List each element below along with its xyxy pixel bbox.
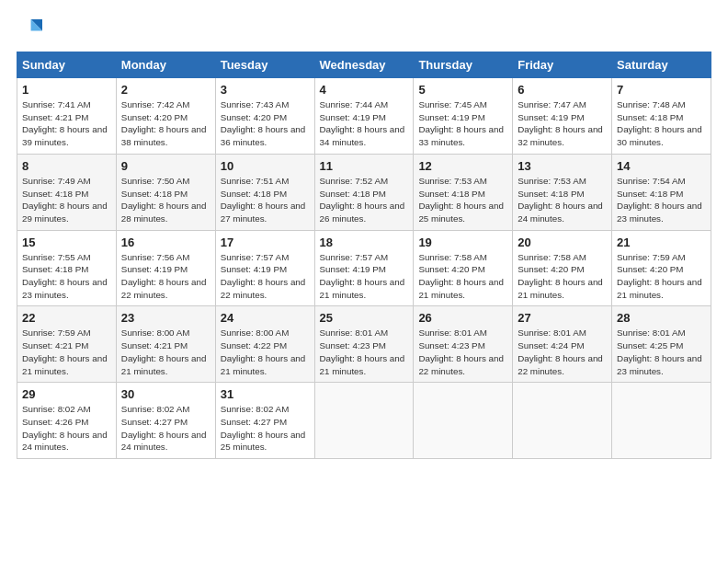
calendar-week-3: 15 Sunrise: 7:55 AM Sunset: 4:18 PM Dayl…: [17, 230, 711, 306]
calendar-cell: 25 Sunrise: 8:01 AM Sunset: 4:23 PM Dayl…: [314, 306, 414, 383]
calendar-cell: 28 Sunrise: 8:01 AM Sunset: 4:25 PM Dayl…: [612, 306, 711, 383]
day-number: 30: [121, 387, 210, 401]
calendar-cell: 14 Sunrise: 7:54 AM Sunset: 4:18 PM Dayl…: [612, 154, 711, 230]
calendar-cell: 29 Sunrise: 8:02 AM Sunset: 4:26 PM Dayl…: [17, 383, 117, 459]
day-info: Sunrise: 7:56 AM Sunset: 4:19 PM Dayligh…: [121, 251, 210, 302]
day-number: 4: [320, 83, 409, 97]
calendar-cell: 6 Sunrise: 7:47 AM Sunset: 4:19 PM Dayli…: [513, 78, 612, 155]
calendar-cell: 9 Sunrise: 7:50 AM Sunset: 4:18 PM Dayli…: [116, 154, 215, 230]
calendar-cell: 23 Sunrise: 8:00 AM Sunset: 4:21 PM Dayl…: [116, 306, 215, 383]
day-info: Sunrise: 7:51 AM Sunset: 4:18 PM Dayligh…: [221, 175, 310, 225]
day-info: Sunrise: 7:59 AM Sunset: 4:21 PM Dayligh…: [22, 327, 111, 377]
day-info: Sunrise: 8:02 AM Sunset: 4:26 PM Dayligh…: [22, 403, 111, 454]
calendar-cell: 5 Sunrise: 7:45 AM Sunset: 4:19 PM Dayli…: [414, 78, 513, 155]
col-header-tuesday: Tuesday: [215, 52, 314, 78]
day-number: 20: [518, 236, 607, 249]
calendar-cell: 10 Sunrise: 7:51 AM Sunset: 4:18 PM Dayl…: [215, 154, 314, 230]
calendar-cell: [513, 383, 612, 459]
day-number: 15: [22, 236, 111, 249]
day-info: Sunrise: 7:42 AM Sunset: 4:20 PM Dayligh…: [121, 98, 210, 149]
day-info: Sunrise: 8:00 AM Sunset: 4:21 PM Dayligh…: [121, 327, 210, 377]
day-info: Sunrise: 7:53 AM Sunset: 4:18 PM Dayligh…: [418, 175, 507, 225]
col-header-wednesday: Wednesday: [314, 52, 414, 78]
day-number: 6: [518, 83, 607, 97]
calendar-cell: 3 Sunrise: 7:43 AM Sunset: 4:20 PM Dayli…: [215, 78, 314, 155]
calendar-cell: [414, 383, 513, 459]
calendar-cell: 16 Sunrise: 7:56 AM Sunset: 4:19 PM Dayl…: [116, 230, 215, 306]
calendar-cell: 2 Sunrise: 7:42 AM Sunset: 4:20 PM Dayli…: [116, 78, 215, 155]
day-info: Sunrise: 7:44 AM Sunset: 4:19 PM Dayligh…: [320, 98, 409, 149]
calendar-cell: [612, 383, 711, 459]
day-info: Sunrise: 8:01 AM Sunset: 4:23 PM Dayligh…: [418, 327, 507, 377]
calendar-cell: 30 Sunrise: 8:02 AM Sunset: 4:27 PM Dayl…: [116, 383, 215, 459]
day-number: 8: [22, 159, 111, 173]
day-number: 16: [121, 236, 210, 249]
day-number: 17: [221, 236, 310, 249]
col-header-thursday: Thursday: [414, 52, 513, 78]
calendar-cell: 13 Sunrise: 7:53 AM Sunset: 4:18 PM Dayl…: [513, 154, 612, 230]
col-header-monday: Monday: [116, 52, 215, 78]
day-info: Sunrise: 7:43 AM Sunset: 4:20 PM Dayligh…: [221, 98, 310, 149]
day-info: Sunrise: 7:58 AM Sunset: 4:20 PM Dayligh…: [418, 251, 507, 302]
day-number: 24: [221, 311, 310, 325]
day-info: Sunrise: 7:59 AM Sunset: 4:20 PM Dayligh…: [617, 251, 706, 302]
day-info: Sunrise: 8:01 AM Sunset: 4:24 PM Dayligh…: [518, 327, 607, 377]
day-number: 25: [320, 311, 409, 325]
calendar-cell: 22 Sunrise: 7:59 AM Sunset: 4:21 PM Dayl…: [17, 306, 117, 383]
calendar-header-row: SundayMondayTuesdayWednesdayThursdayFrid…: [17, 52, 711, 78]
calendar-week-1: 1 Sunrise: 7:41 AM Sunset: 4:21 PM Dayli…: [17, 78, 711, 155]
day-number: 18: [320, 236, 409, 249]
day-number: 26: [418, 311, 507, 325]
day-number: 13: [518, 159, 607, 173]
day-number: 29: [22, 387, 111, 401]
col-header-saturday: Saturday: [612, 52, 711, 78]
day-number: 10: [221, 159, 310, 173]
day-info: Sunrise: 7:48 AM Sunset: 4:18 PM Dayligh…: [617, 98, 706, 149]
day-info: Sunrise: 8:01 AM Sunset: 4:23 PM Dayligh…: [320, 327, 409, 377]
page-header: [17, 17, 711, 42]
day-info: Sunrise: 7:45 AM Sunset: 4:19 PM Dayligh…: [418, 98, 507, 149]
calendar-cell: 18 Sunrise: 7:57 AM Sunset: 4:19 PM Dayl…: [314, 230, 414, 306]
calendar-cell: [314, 383, 414, 459]
day-info: Sunrise: 7:50 AM Sunset: 4:18 PM Dayligh…: [121, 175, 210, 225]
day-info: Sunrise: 7:54 AM Sunset: 4:18 PM Dayligh…: [617, 175, 706, 225]
day-number: 3: [221, 83, 310, 97]
day-number: 1: [22, 83, 111, 97]
calendar-cell: 31 Sunrise: 8:02 AM Sunset: 4:27 PM Dayl…: [215, 383, 314, 459]
day-number: 9: [121, 159, 210, 173]
calendar-cell: 20 Sunrise: 7:58 AM Sunset: 4:20 PM Dayl…: [513, 230, 612, 306]
calendar-week-5: 29 Sunrise: 8:02 AM Sunset: 4:26 PM Dayl…: [17, 383, 711, 459]
day-number: 31: [221, 387, 310, 401]
logo-icon: [17, 17, 42, 42]
calendar-week-2: 8 Sunrise: 7:49 AM Sunset: 4:18 PM Dayli…: [17, 154, 711, 230]
calendar-table: SundayMondayTuesdayWednesdayThursdayFrid…: [17, 52, 711, 459]
day-info: Sunrise: 7:52 AM Sunset: 4:18 PM Dayligh…: [320, 175, 409, 225]
day-info: Sunrise: 7:57 AM Sunset: 4:19 PM Dayligh…: [320, 251, 409, 302]
calendar-cell: 12 Sunrise: 7:53 AM Sunset: 4:18 PM Dayl…: [414, 154, 513, 230]
logo: [17, 17, 46, 42]
day-info: Sunrise: 7:55 AM Sunset: 4:18 PM Dayligh…: [22, 251, 111, 302]
day-info: Sunrise: 8:01 AM Sunset: 4:25 PM Dayligh…: [617, 327, 706, 377]
calendar-cell: 4 Sunrise: 7:44 AM Sunset: 4:19 PM Dayli…: [314, 78, 414, 155]
day-number: 23: [121, 311, 210, 325]
day-info: Sunrise: 7:57 AM Sunset: 4:19 PM Dayligh…: [221, 251, 310, 302]
day-number: 11: [320, 159, 409, 173]
day-number: 7: [617, 83, 706, 97]
day-info: Sunrise: 7:58 AM Sunset: 4:20 PM Dayligh…: [518, 251, 607, 302]
day-info: Sunrise: 8:02 AM Sunset: 4:27 PM Dayligh…: [221, 403, 310, 454]
day-number: 28: [617, 311, 706, 325]
col-header-sunday: Sunday: [17, 52, 117, 78]
calendar-cell: 26 Sunrise: 8:01 AM Sunset: 4:23 PM Dayl…: [414, 306, 513, 383]
day-info: Sunrise: 7:47 AM Sunset: 4:19 PM Dayligh…: [518, 98, 607, 149]
day-number: 12: [418, 159, 507, 173]
col-header-friday: Friday: [513, 52, 612, 78]
calendar-cell: 11 Sunrise: 7:52 AM Sunset: 4:18 PM Dayl…: [314, 154, 414, 230]
calendar-cell: 7 Sunrise: 7:48 AM Sunset: 4:18 PM Dayli…: [612, 78, 711, 155]
calendar-cell: 24 Sunrise: 8:00 AM Sunset: 4:22 PM Dayl…: [215, 306, 314, 383]
day-info: Sunrise: 8:00 AM Sunset: 4:22 PM Dayligh…: [221, 327, 310, 377]
day-number: 2: [121, 83, 210, 97]
day-info: Sunrise: 7:53 AM Sunset: 4:18 PM Dayligh…: [518, 175, 607, 225]
day-number: 14: [617, 159, 706, 173]
day-number: 22: [22, 311, 111, 325]
calendar-cell: 17 Sunrise: 7:57 AM Sunset: 4:19 PM Dayl…: [215, 230, 314, 306]
